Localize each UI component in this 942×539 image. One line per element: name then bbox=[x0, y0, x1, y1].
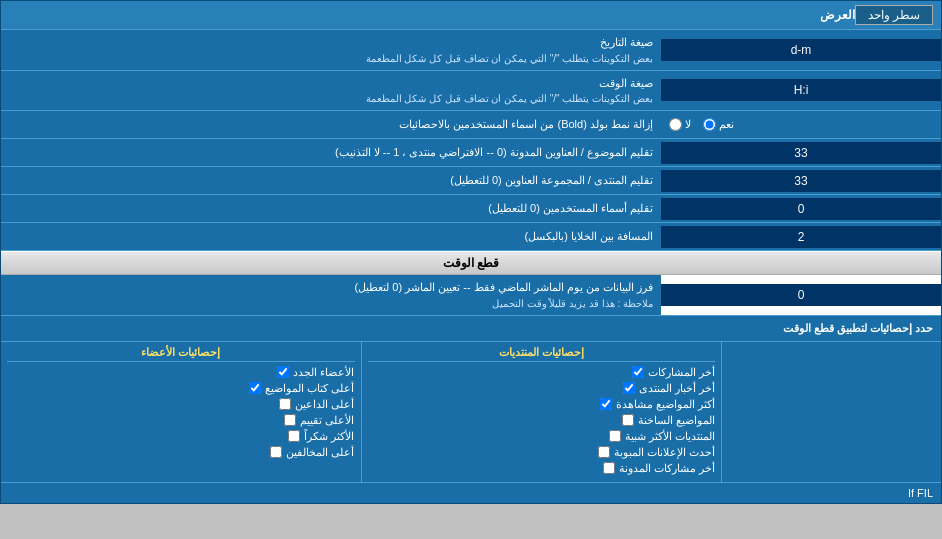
checkbox-top-topic-writers[interactable]: أعلى كتاب المواضيع bbox=[7, 382, 355, 395]
checkbox-most-viewed[interactable]: أكثر المواضيع مشاهدة bbox=[368, 398, 716, 411]
radio-no[interactable]: لا bbox=[669, 118, 691, 131]
cell-spacing-row: المسافة بين الخلايا (بالبكسل) bbox=[1, 223, 941, 251]
cell-spacing-input[interactable] bbox=[661, 226, 941, 248]
cutoff-input-cell bbox=[661, 275, 941, 315]
member-stats-title: إحصائيات الأعضاء bbox=[7, 346, 355, 362]
username-trim-input[interactable] bbox=[661, 198, 941, 220]
checkbox-top-inviters[interactable]: أعلى الداعين bbox=[7, 398, 355, 411]
checkbox-hot-topics[interactable]: المواضيع الساخنة bbox=[368, 414, 716, 427]
footer-note-text: If FIL bbox=[908, 487, 933, 499]
forum-title-trim-input[interactable] bbox=[661, 170, 941, 192]
page-title: العرض bbox=[9, 8, 855, 22]
username-trim-input-cell bbox=[661, 198, 941, 220]
header-row: سطر واحد العرض bbox=[1, 1, 941, 30]
checkbox-most-thanked[interactable]: الأكثر شكراً bbox=[7, 430, 355, 443]
checkbox-last-blog-posts[interactable]: أخر مشاركات المدونة bbox=[368, 462, 716, 475]
checkbox-last-posts[interactable]: أخر المشاركات bbox=[368, 366, 716, 379]
checkbox-top-rated[interactable]: الأعلى تقييم bbox=[7, 414, 355, 427]
topic-title-trim-label: تقليم الموضوع / العناوين المدونة (0 -- ا… bbox=[1, 140, 661, 165]
time-format-label: صيغة الوقت بعض التكوينات يتطلب "/" التي … bbox=[1, 71, 661, 111]
date-format-label: صيغة التاريخ بعض التكوينات يتطلب "/" الت… bbox=[1, 30, 661, 70]
bottom-col-member-stats: إحصائيات الأعضاء الأعضاء الجدد أعلى كتاب… bbox=[1, 342, 361, 482]
username-trim-row: تقليم أسماء المستخدمين (0 للتعطيل) bbox=[1, 195, 941, 223]
bold-remove-label: إزالة نمط بولد (Bold) من اسماء المستخدمي… bbox=[1, 112, 661, 137]
forum-title-trim-row: تقليم المنتدى / المجموعة العناوين (0 للت… bbox=[1, 167, 941, 195]
cell-spacing-input-cell bbox=[661, 226, 941, 248]
checkbox-top-violators[interactable]: أعلى المخالفين bbox=[7, 446, 355, 459]
radio-yes[interactable]: نعم bbox=[703, 118, 734, 131]
footer-note-row: If FIL bbox=[1, 482, 941, 503]
forum-title-trim-label: تقليم المنتدى / المجموعة العناوين (0 للت… bbox=[1, 168, 661, 193]
date-format-row: صيغة التاريخ بعض التكوينات يتطلب "/" الت… bbox=[1, 30, 941, 71]
cutoff-row: فرز البيانات من يوم الماشر الماضي فقط --… bbox=[1, 275, 941, 316]
topic-title-trim-input-cell bbox=[661, 142, 941, 164]
time-format-input[interactable] bbox=[661, 79, 941, 101]
topic-title-trim-input[interactable] bbox=[661, 142, 941, 164]
checkbox-latest-classified[interactable]: أحدث الإعلانات المبوبة bbox=[368, 446, 716, 459]
checkbox-new-members[interactable]: الأعضاء الجدد bbox=[7, 366, 355, 379]
bottom-col-forum-stats: إحصائيات المنتديات أخر المشاركات أخر أخب… bbox=[361, 342, 722, 482]
display-dropdown[interactable]: سطر واحد bbox=[855, 5, 933, 25]
topic-title-trim-row: تقليم الموضوع / العناوين المدونة (0 -- ا… bbox=[1, 139, 941, 167]
checkbox-most-similar-forums[interactable]: المنتديات الأكثر شبية bbox=[368, 430, 716, 443]
forum-title-trim-input-cell bbox=[661, 170, 941, 192]
cutoff-label: فرز البيانات من يوم الماشر الماضي فقط --… bbox=[1, 275, 661, 315]
cell-spacing-label: المسافة بين الخلايا (بالبكسل) bbox=[1, 224, 661, 249]
bold-remove-row: نعم لا إزالة نمط بولد (Bold) من اسماء ال… bbox=[1, 111, 941, 139]
forum-stats-title: إحصائيات المنتديات bbox=[368, 346, 716, 362]
bottom-col-empty bbox=[721, 342, 941, 482]
time-format-row: صيغة الوقت بعض التكوينات يتطلب "/" التي … bbox=[1, 71, 941, 112]
cutoff-input[interactable] bbox=[661, 284, 941, 306]
bottom-grid: إحصائيات المنتديات أخر المشاركات أخر أخب… bbox=[1, 342, 941, 482]
date-format-input-cell bbox=[661, 39, 941, 61]
date-format-input[interactable] bbox=[661, 39, 941, 61]
apply-cutoff-row: حدد إحصائيات لتطبيق قطع الوقت bbox=[1, 316, 941, 342]
main-container: سطر واحد العرض صيغة التاريخ بعض التكوينا… bbox=[0, 0, 942, 504]
time-format-input-cell bbox=[661, 79, 941, 101]
username-trim-label: تقليم أسماء المستخدمين (0 للتعطيل) bbox=[1, 196, 661, 221]
bold-remove-radio-group: نعم لا bbox=[661, 116, 941, 133]
checkbox-last-news[interactable]: أخر أخبار المنتدى bbox=[368, 382, 716, 395]
cutoff-section-header: قطع الوقت bbox=[1, 251, 941, 275]
